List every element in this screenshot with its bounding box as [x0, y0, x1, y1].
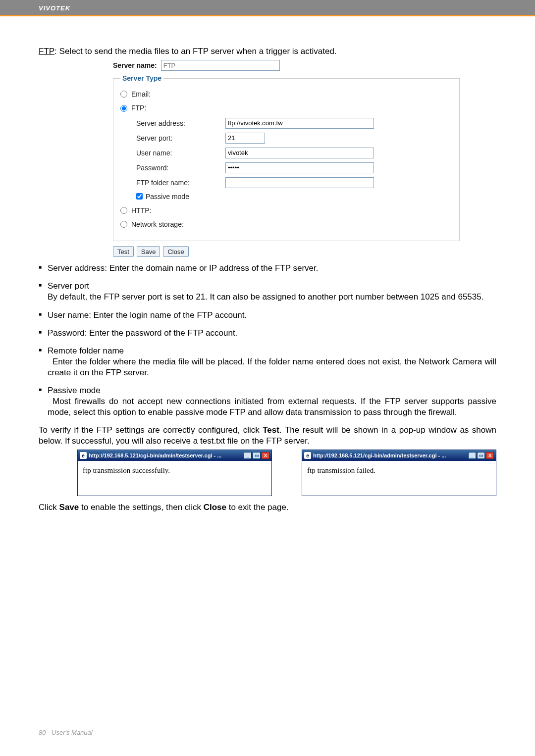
- ftp-radio[interactable]: [120, 105, 127, 112]
- close-button[interactable]: Close: [163, 246, 188, 257]
- http-radio-row: HTTP:: [120, 206, 452, 215]
- ie-icon: e: [304, 452, 311, 459]
- passive-mode-label: Passive mode: [146, 192, 189, 201]
- verify-paragraph: To verify if the FTP settings are correc…: [39, 425, 496, 447]
- popup-failed-body: ftp transmission failed.: [302, 461, 496, 496]
- test-button[interactable]: Test: [113, 246, 134, 257]
- email-radio-row: Email:: [120, 90, 452, 99]
- server-address-label: Server address:: [136, 119, 225, 128]
- email-radio-label: Email:: [131, 90, 151, 99]
- maximize-icon[interactable]: ▭: [477, 452, 485, 459]
- bullet-remote-folder: Remote folder name Enter the folder wher…: [39, 346, 496, 378]
- ftp-radio-label: FTP:: [131, 103, 146, 112]
- server-type-legend: Server Type: [120, 74, 163, 83]
- server-name-input[interactable]: [161, 60, 280, 71]
- popup-success-title: http://192.168.5.121/cgi-bin/admin/tests…: [89, 452, 244, 459]
- network-storage-radio-label: Network storage:: [131, 220, 184, 229]
- passive-mode-checkbox[interactable]: [136, 193, 143, 200]
- ftp-folder-input[interactable]: [225, 177, 374, 188]
- popup-success: e http://192.168.5.121/cgi-bin/admin/tes…: [77, 450, 272, 496]
- popup-failed: e http://192.168.5.121/cgi-bin/admin/tes…: [302, 450, 496, 496]
- ftp-underline-label: FTP: [39, 47, 54, 56]
- minimize-icon[interactable]: _: [468, 452, 476, 459]
- popup-success-titlebar: e http://192.168.5.121/cgi-bin/admin/tes…: [78, 450, 271, 461]
- bullet-password: Password: Enter the password of the FTP …: [39, 328, 496, 339]
- close-icon[interactable]: X: [486, 452, 494, 459]
- password-input[interactable]: [225, 162, 374, 173]
- doc-bullet-list: Server address: Enter the domain name or…: [39, 263, 496, 418]
- http-radio[interactable]: [120, 207, 127, 214]
- server-port-label: Server port:: [136, 134, 225, 143]
- button-row: Test Save Close: [113, 246, 496, 257]
- popup-success-body: ftp transmission successfully.: [78, 461, 271, 496]
- ie-icon: e: [80, 452, 87, 459]
- popup-failed-titlebar: e http://192.168.5.121/cgi-bin/admin/tes…: [302, 450, 496, 461]
- save-button[interactable]: Save: [137, 246, 160, 257]
- ftp-folder-label: FTP folder name:: [136, 178, 225, 187]
- maximize-icon[interactable]: ▭: [253, 452, 261, 459]
- ftp-intro-text: : Select to send the media files to an F…: [54, 47, 336, 56]
- server-address-input[interactable]: [225, 118, 374, 129]
- network-storage-radio-row: Network storage:: [120, 220, 452, 229]
- bullet-user-name: User name: Enter the login name of the F…: [39, 310, 496, 321]
- bullet-server-address: Server address: Enter the domain name or…: [39, 263, 496, 274]
- bullet-passive-mode: Passive mode Most firewalls do not accep…: [39, 385, 496, 418]
- http-radio-label: HTTP:: [131, 206, 151, 215]
- user-name-input[interactable]: [225, 148, 374, 158]
- email-radio[interactable]: [120, 91, 127, 98]
- password-label: Password:: [136, 163, 225, 172]
- final-instruction: Click Save to enable the settings, then …: [39, 502, 496, 513]
- brand-label: VIVOTEK: [39, 4, 70, 12]
- network-storage-radio[interactable]: [120, 221, 127, 228]
- server-name-label: Server name:: [113, 61, 157, 70]
- popup-failed-title: http://192.168.5.121/cgi-bin/admin/tests…: [313, 452, 468, 459]
- server-port-input[interactable]: [225, 133, 265, 144]
- bullet-server-port: Server port By default, the FTP server p…: [39, 281, 496, 302]
- minimize-icon[interactable]: _: [244, 452, 252, 459]
- ftp-intro-line: FTP: Select to send the media files to a…: [39, 46, 496, 57]
- ftp-fields: Server address: Server port: User name: …: [136, 118, 452, 201]
- user-name-label: User name:: [136, 149, 225, 157]
- ftp-radio-row: FTP:: [120, 103, 452, 112]
- server-type-fieldset: Server Type Email: FTP: Server address: …: [113, 74, 460, 241]
- close-icon[interactable]: X: [262, 452, 269, 459]
- page-header-bar: VIVOTEK: [0, 0, 535, 15]
- server-name-row: Server name:: [113, 60, 496, 71]
- popup-row: e http://192.168.5.121/cgi-bin/admin/tes…: [77, 450, 496, 496]
- page-footer: 80 - User's Manual: [39, 729, 93, 736]
